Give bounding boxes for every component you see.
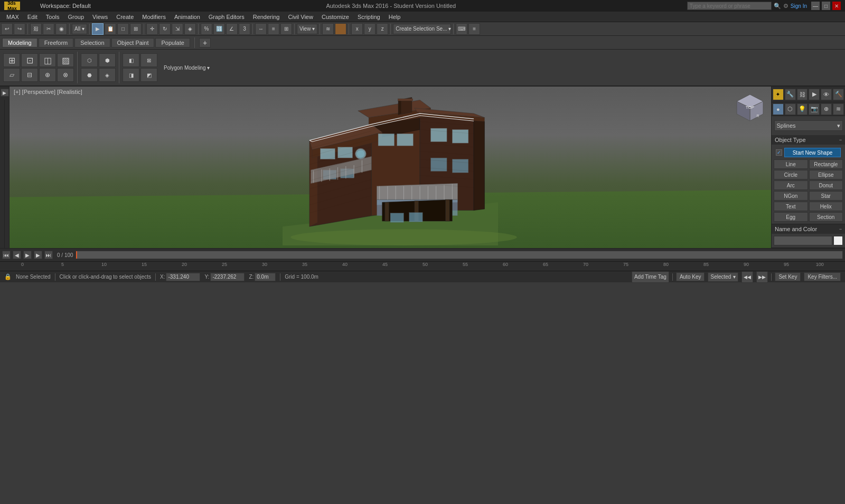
coord-z-button[interactable]: z — [377, 23, 388, 35]
redo-button[interactable]: ↪ — [14, 23, 25, 35]
menu-edit[interactable]: Edit — [23, 13, 42, 21]
utilities-panel-icon[interactable]: 🔨 — [833, 89, 844, 100]
object-name-input[interactable] — [774, 236, 832, 245]
create-panel-icon[interactable]: ✦ — [773, 89, 784, 100]
set-key-button[interactable]: Set Key — [775, 272, 801, 281]
search-input[interactable] — [687, 2, 772, 10]
donut-button[interactable]: Donut — [809, 180, 843, 190]
ribbon-toggle-button[interactable]: ≡ — [468, 23, 480, 35]
menu-animation[interactable]: Animation — [170, 13, 204, 21]
ribbon-btn-2[interactable]: ⊡ — [21, 53, 38, 67]
ribbon-btn-5[interactable]: ▱ — [3, 68, 20, 82]
select-object-button[interactable]: ▶ — [92, 23, 104, 35]
go-to-end-button[interactable]: ⏭ — [44, 251, 53, 259]
go-to-start-button[interactable]: ⏮ — [2, 251, 11, 259]
arc-button[interactable]: Arc — [774, 180, 808, 190]
angle-snap-button[interactable]: ∠ — [226, 23, 238, 35]
add-time-tag-button[interactable]: Add Time Tag — [632, 271, 669, 283]
display-panel-icon[interactable]: 👁 — [821, 89, 832, 100]
ribbon-poly-3[interactable]: ⬣ — [81, 68, 98, 82]
ribbon-misc-1[interactable]: ◧ — [123, 53, 139, 67]
unlink-button[interactable]: ✂ — [43, 23, 54, 35]
ribbon-btn-4[interactable]: ▨ — [57, 53, 74, 67]
maximize-button[interactable]: □ — [822, 2, 830, 10]
bind-to-space-button[interactable]: ◉ — [55, 23, 67, 35]
helpers-icon[interactable]: ⊕ — [821, 103, 832, 115]
next-key-button[interactable]: ▶▶ — [756, 271, 768, 283]
ribbon-btn-6[interactable]: ⊟ — [21, 68, 38, 82]
menu-civil-view[interactable]: Civil View — [284, 13, 317, 21]
percent-snap-button[interactable]: % — [201, 23, 212, 35]
menu-max[interactable]: MAX — [2, 13, 23, 21]
menu-scripting[interactable]: Scripting — [353, 13, 384, 21]
ribbon-poly-1[interactable]: ⬡ — [81, 53, 98, 67]
spacewarps-icon[interactable]: ≋ — [833, 103, 844, 115]
play-button[interactable]: ▶ — [23, 251, 32, 259]
timeline-track[interactable] — [76, 251, 843, 259]
snap-3d-button[interactable]: 3 — [239, 23, 250, 35]
menu-create[interactable]: Create — [112, 13, 138, 21]
layer-manager-button[interactable]: ⊞ — [280, 23, 292, 35]
shapes-icon[interactable]: ⬡ — [785, 103, 796, 115]
tab-populate[interactable]: Populate — [155, 38, 190, 47]
ribbon-misc-4[interactable]: ◩ — [140, 68, 157, 82]
coord-x-button[interactable]: x — [351, 23, 363, 35]
rotate-button[interactable]: ↻ — [159, 23, 171, 35]
prev-key-button[interactable]: ◀◀ — [741, 271, 753, 283]
rect-select-button[interactable]: □ — [117, 23, 129, 35]
ribbon-poly-2[interactable]: ⬢ — [99, 53, 116, 67]
menu-views[interactable]: Views — [88, 13, 112, 21]
start-new-shape-checkbox[interactable] — [776, 149, 782, 156]
selected-dropdown[interactable]: Selected ▾ — [708, 272, 738, 282]
ribbon-misc-2[interactable]: ⊠ — [140, 53, 157, 67]
ribbon-misc-3[interactable]: ◨ — [123, 68, 139, 82]
minimize-button[interactable]: — — [811, 2, 820, 10]
motion-panel-icon[interactable]: ▶ — [809, 89, 820, 100]
sidebar-left-btn1[interactable]: ▶ — [1, 89, 9, 97]
section-button[interactable]: Section — [809, 212, 843, 222]
create-selection-dropdown[interactable]: Create Selection Se... ▾ — [393, 24, 451, 34]
hierarchy-panel-icon[interactable]: ⛓ — [797, 89, 808, 100]
circle-button[interactable]: Circle — [774, 170, 808, 179]
viewport-container[interactable]: [+] [Perspective] [Realistic] — [10, 87, 771, 248]
object-color-picker[interactable] — [833, 236, 843, 245]
spinner-snap-button[interactable]: 🔢 — [213, 23, 225, 35]
key-filters-button[interactable]: Key Filters... — [804, 272, 841, 281]
place-highlight-button[interactable]: ◈ — [184, 23, 196, 35]
auto-key-button[interactable]: Auto Key — [676, 272, 705, 281]
ribbon-btn-3[interactable]: ◫ — [39, 53, 56, 67]
menu-graph-editors[interactable]: Graph Editors — [204, 13, 249, 21]
mirror-button[interactable]: ↔ — [255, 23, 267, 35]
menu-rendering[interactable]: Rendering — [249, 13, 284, 21]
menu-customize[interactable]: Customize — [317, 13, 353, 21]
name-and-color-header[interactable]: Name and Color − — [772, 224, 845, 234]
ribbon-btn-1[interactable]: ⊞ — [3, 53, 20, 67]
ellipse-button[interactable]: Ellipse — [809, 170, 843, 179]
scale-button[interactable]: ⇲ — [172, 23, 183, 35]
viewcube[interactable]: TOP R — [734, 92, 766, 123]
star-button[interactable]: Star — [809, 191, 843, 201]
tab-freeform[interactable]: Freeform — [39, 38, 74, 47]
sign-in-link[interactable]: Sign In — [791, 3, 807, 9]
y-input[interactable] — [210, 273, 245, 281]
egg-button[interactable]: Egg — [774, 212, 808, 222]
rectangle-button[interactable]: Rectangle — [809, 159, 843, 169]
tab-object-paint[interactable]: Object Paint — [111, 38, 155, 47]
align-button[interactable]: ≡ — [268, 23, 279, 35]
select-link-button[interactable]: ⛓ — [30, 23, 42, 35]
menu-help[interactable]: Help — [384, 13, 405, 21]
cameras-icon[interactable]: 📷 — [809, 103, 820, 115]
start-new-shape-button[interactable]: Start New Shape — [784, 148, 841, 157]
z-input[interactable] — [255, 273, 276, 281]
close-button[interactable]: ✕ — [832, 2, 841, 10]
tab-selection[interactable]: Selection — [74, 38, 110, 47]
named-select-button[interactable]: ≋ — [322, 23, 334, 35]
ribbon-btn-8[interactable]: ⊗ — [57, 68, 74, 82]
coord-y-button[interactable]: y — [364, 23, 375, 35]
ribbon-poly-4[interactable]: ◈ — [99, 68, 116, 82]
viewport-scene[interactable]: TOP R — [10, 87, 771, 248]
move-button[interactable]: ✛ — [146, 23, 158, 35]
x-input[interactable] — [166, 273, 200, 281]
text-button[interactable]: Text — [774, 202, 808, 211]
geometry-icon[interactable]: ● — [773, 103, 784, 115]
